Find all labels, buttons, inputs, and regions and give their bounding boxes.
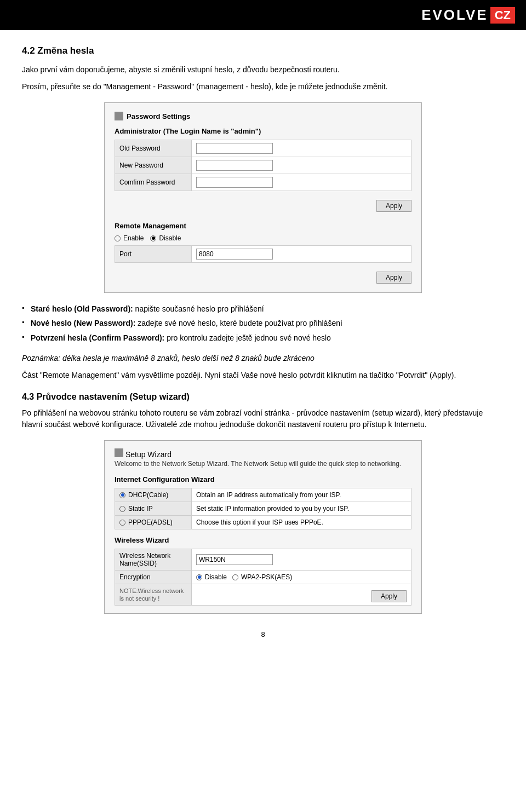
page-number: 8: [22, 630, 504, 638]
section1-title: 4.2 Změna hesla: [22, 45, 504, 56]
port-table: Port 8080: [115, 245, 411, 263]
wireless-title: Wireless Wizard: [115, 536, 411, 544]
table-row: Static IP Set static IP information prov…: [115, 502, 411, 516]
enable-radio[interactable]: Enable: [115, 234, 144, 242]
apply-button-wizard[interactable]: Apply: [371, 590, 407, 602]
wpa-radio-circle: [232, 574, 238, 580]
static-desc: Set static IP information provided to yo…: [192, 502, 411, 516]
ssid-input[interactable]: WR150N: [196, 554, 273, 565]
disable-label: Disable: [159, 234, 181, 242]
wireless-table: Wireless Network Name(SSID) WR150N Encry…: [115, 549, 411, 606]
header: EVOLVE CZ: [0, 0, 526, 30]
enable-label: Enable: [123, 234, 144, 242]
dhcp-desc: Obtain an IP address automatically from …: [192, 488, 411, 502]
note-text: Poznámka: délka hesla je maximálně 8 zna…: [22, 353, 504, 364]
remote-management-section: Remote Management Enable Disable Port 80…: [115, 222, 411, 263]
dhcp-label: DHCP(Cable): [128, 491, 168, 499]
pppoe-desc: Choose this option if your ISP uses PPPo…: [192, 516, 411, 529]
disable-encryption-label: Disable: [205, 573, 227, 581]
dhcp-radio[interactable]: DHCP(Cable): [119, 491, 187, 499]
static-radio-circle: [119, 506, 125, 512]
bullet-term-3: Potvrzení hesla (Confirm Password):: [31, 333, 164, 342]
bullet-term-1: Staré heslo (Old Password):: [31, 304, 133, 313]
pppoe-label: PPPOE(ADSL): [128, 519, 173, 526]
pppoe-radio-circle: [119, 520, 125, 526]
apply-row-2: Apply: [115, 268, 411, 284]
logo-cz: CZ: [490, 7, 515, 24]
section2-title: 4.3 Průvodce nastavením (Setup wizard): [22, 392, 504, 402]
disable-radio-circle: [150, 235, 156, 241]
apply-row-1: Apply: [115, 197, 411, 212]
password-settings-box: Password Settings Administrator (The Log…: [104, 102, 422, 293]
wpa-label: WPA2-PSK(AES): [241, 573, 292, 581]
logo-text: EVOLVE: [421, 7, 488, 24]
confirm-password-label: Comfirm Password: [115, 174, 192, 191]
internet-config-table: DHCP(Cable) Obtain an IP address automat…: [115, 488, 411, 529]
wizard-welcome: Welcome to the Network Setup Wizard. The…: [115, 459, 411, 469]
content: 4.2 Změna hesla Jako první vám doporučuj…: [0, 30, 526, 660]
port-label: Port: [115, 246, 192, 263]
table-row: New Password: [115, 157, 411, 174]
section1-para2: Prosím, přesuňte se do "Management - Pas…: [22, 81, 504, 93]
setup-wizard-box: Setup Wizard Welcome to the Network Setu…: [104, 440, 422, 614]
table-row: Encryption Disable WPA2-PSK(AES): [115, 571, 411, 584]
list-item: Potvrzení hesla (Confirm Password): pro …: [22, 332, 504, 344]
section2-para1: Po přihlášení na webovou stránku tohoto …: [22, 407, 504, 430]
apply-button-2[interactable]: Apply: [376, 272, 411, 284]
table-row: Wireless Network Name(SSID) WR150N: [115, 549, 411, 571]
wireless-note: NOTE:Wireless network is not security !: [119, 588, 184, 602]
bullet-list: Staré heslo (Old Password): napište souč…: [22, 303, 504, 344]
port-input[interactable]: 8080: [196, 249, 273, 260]
password-box-title: Password Settings: [115, 112, 411, 120]
encryption-label: Encryption: [115, 571, 192, 584]
bullet-term-2: Nové heslo (New Password):: [31, 319, 135, 327]
table-row: Old Password: [115, 140, 411, 157]
bullet-text-3: pro kontrolu zadejte ještě jednou své no…: [167, 333, 331, 342]
remote-radio-row: Enable Disable: [115, 234, 411, 242]
list-item: Staré heslo (Old Password): napište souč…: [22, 303, 504, 315]
table-row: NOTE:Wireless network is not security ! …: [115, 584, 411, 606]
table-row: Comfirm Password: [115, 174, 411, 191]
old-password-label: Old Password: [115, 140, 192, 157]
admin-label: Administrator (The Login Name is "admin"…: [115, 127, 411, 135]
new-password-label: New Password: [115, 157, 192, 174]
wizard-box-title: Setup Wizard: [115, 448, 411, 459]
disable-radio[interactable]: Disable: [150, 234, 181, 242]
pppoe-radio[interactable]: PPPOE(ADSL): [119, 519, 187, 526]
password-form-table: Old Password New Password Comfirm Passwo…: [115, 140, 411, 191]
disable-encryption-circle: [196, 574, 202, 580]
new-password-input[interactable]: [196, 160, 273, 171]
enable-radio-circle: [115, 235, 121, 241]
apply-button-1[interactable]: Apply: [376, 200, 411, 212]
section1-para1: Jako první vám doporučujeme, abyste si z…: [22, 64, 504, 76]
remote-management-label: Remote Management: [115, 222, 411, 230]
encryption-options: Disable WPA2-PSK(AES): [196, 573, 407, 581]
ssid-label: Wireless Network Name(SSID): [115, 549, 192, 571]
old-password-input[interactable]: [196, 143, 273, 154]
remote-para: Část "Remote Management" vám vysvětlíme …: [22, 370, 504, 381]
table-row: DHCP(Cable) Obtain an IP address automat…: [115, 488, 411, 502]
wpa-radio[interactable]: WPA2-PSK(AES): [232, 573, 292, 581]
list-item: Nové heslo (New Password): zadejte své n…: [22, 317, 504, 329]
bullet-text-1: napište současné heslo pro přihlášení: [135, 304, 264, 313]
static-label: Static IP: [128, 505, 153, 512]
table-row: Port 8080: [115, 246, 411, 263]
internet-config-title: Internet Configuration Wizard: [115, 475, 411, 483]
table-row: PPPOE(ADSL) Choose this option if your I…: [115, 516, 411, 529]
wizard-box-icon: [115, 448, 123, 457]
password-box-icon: [115, 112, 123, 120]
dhcp-radio-circle: [119, 492, 125, 498]
disable-encryption-radio[interactable]: Disable: [196, 573, 227, 581]
static-radio[interactable]: Static IP: [119, 505, 187, 512]
bullet-text-2: zadejte své nové heslo, které budete pou…: [138, 319, 342, 327]
confirm-password-input[interactable]: [196, 177, 273, 188]
